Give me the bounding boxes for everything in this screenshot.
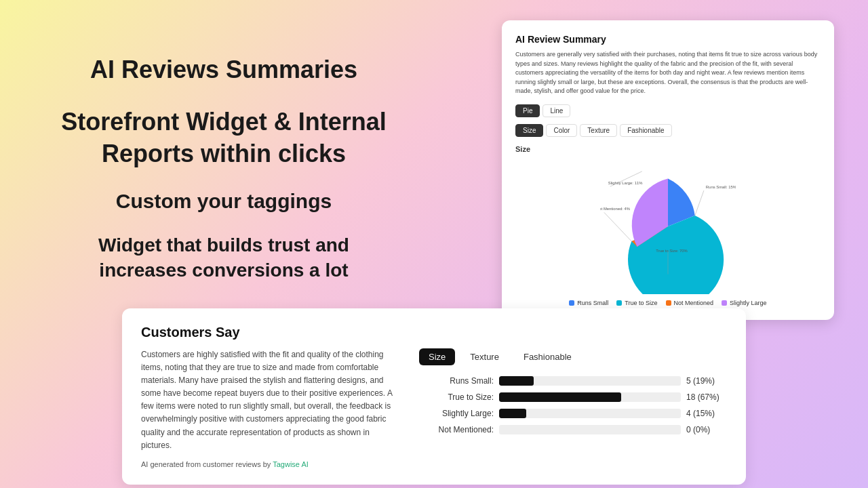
pie-legend: Runs Small True to Size Not Mentioned Sl… [569,300,766,306]
bar-value-not-mentioned: 0 (0%) [686,425,727,434]
widget-left-panel: Customers are highly satisfied with the … [141,348,399,469]
label-runs-small: Runs Small: 15% [706,185,736,189]
label-slightly-large: Slightly Large: 11% [608,181,643,185]
widget-size-tab[interactable]: Size [419,348,455,365]
texture-tag-button[interactable]: Texture [580,124,617,137]
widget-tag-tabs: Size Texture Fashionable [419,348,727,365]
widget-texture-tab[interactable]: Texture [460,348,509,365]
bar-row-true-to-size: True to Size: 18 (67%) [419,392,727,402]
review-card-description: Customers are generally very satisfied w… [515,50,821,96]
bar-fill-runs-small [499,376,534,386]
color-tag-button[interactable]: Color [546,124,577,137]
bar-row-runs-small: Runs Small: 5 (19%) [419,376,727,386]
bar-label-not-mentioned: Not Mentioned: [419,425,494,434]
widget-description: Customers are highly satisfied with the … [141,348,399,453]
label-true-to-size: True to Size: 70% [656,249,688,253]
heading-1: AI Reviews Summaries [41,54,407,86]
bar-row-slightly-large: Slightly Large: 4 (15%) [419,409,727,418]
chart-section-label: Size [515,145,821,153]
review-summary-card: AI Review Summary Customers are generall… [502,20,834,320]
line-runs-small [695,190,704,216]
bar-row-not-mentioned: Not Mentioned: 0 (0%) [419,425,727,434]
widget-footer: AI generated from customer reviews by Ta… [141,460,399,468]
bar-fill-slightly-large [499,409,526,418]
bar-label-true-to-size: True to Size: [419,392,494,402]
heading-4: Widget that builds trust and increases c… [41,233,407,283]
bar-fill-true-to-size [499,392,621,402]
pie-chart-container: Runs Small: 15% Slightly Large: 11% Not … [515,159,821,306]
widget-content: Customers are highly satisfied with the … [141,348,727,469]
bar-chart: Runs Small: 5 (19%) True to Size: 18 (67… [419,376,727,434]
widget-fashionable-tab[interactable]: Fashionable [514,348,581,365]
bar-value-runs-small: 5 (19%) [686,376,727,386]
size-tag-button[interactable]: Size [515,124,543,137]
fashionable-tag-button[interactable]: Fashionable [620,124,671,137]
pie-chart-svg: Runs Small: 15% Slightly Large: 11% Not … [600,159,736,294]
bar-value-true-to-size: 18 (67%) [686,392,727,402]
bar-track-slightly-large [499,409,681,418]
heading-3: Custom your taggings [41,190,407,213]
legend-dot-slightly-large [722,300,727,306]
widget-title: Customers Say [141,325,727,340]
widget-right-panel: Size Texture Fashionable Runs Small: 5 (… [419,348,727,469]
chart-type-button-group: Pie Line [515,104,821,117]
bar-track-not-mentioned [499,425,681,434]
bar-track-true-to-size [499,392,681,402]
legend-runs-small: Runs Small [569,300,608,306]
line-not-mentioned [604,212,631,241]
left-section: AI Reviews Summaries Storefront Widget &… [41,54,407,283]
pie-chart-button[interactable]: Pie [515,104,540,117]
line-chart-button[interactable]: Line [542,104,570,117]
customers-say-card: Customers Say Customers are highly satis… [122,308,746,485]
legend-slightly-large: Slightly Large [722,300,767,306]
legend-true-to-size: True to Size [616,300,657,306]
legend-dot-runs-small [569,300,574,306]
review-card-title: AI Review Summary [515,34,821,45]
heading-2: Storefront Widget & Internal Reports wit… [41,106,407,170]
bar-track-runs-small [499,376,681,386]
tagwise-ai-link[interactable]: Tagwise AI [273,460,309,468]
legend-dot-true-to-size [616,300,622,306]
bar-label-runs-small: Runs Small: [419,376,494,386]
legend-not-mentioned: Not Mentioned [666,300,714,306]
label-not-mentioned: Not Mentioned: 4% [600,207,631,211]
tag-button-group: Size Color Texture Fashionable [515,124,821,137]
legend-dot-not-mentioned [666,300,671,306]
bar-label-slightly-large: Slightly Large: [419,409,494,418]
bar-value-slightly-large: 4 (15%) [686,409,727,418]
